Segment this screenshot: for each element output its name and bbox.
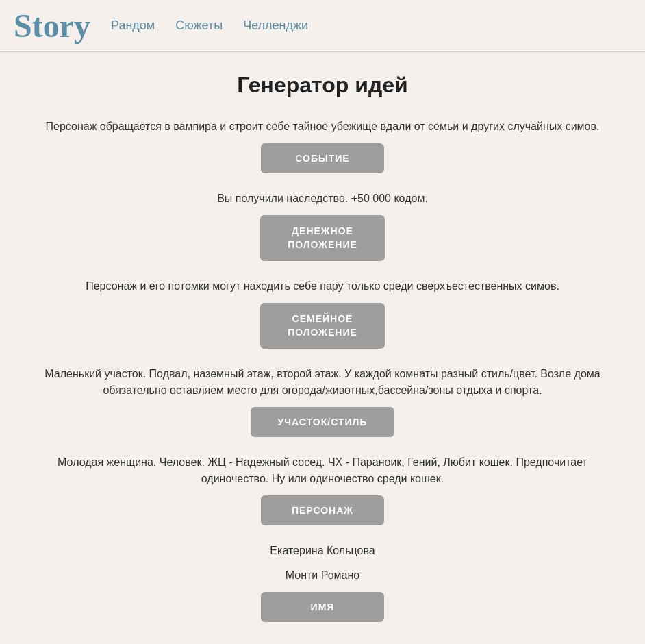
page-title: Генератор идей: [28, 73, 617, 98]
nav-random[interactable]: Рандом: [111, 18, 155, 33]
name-text2: Монти Романо: [28, 567, 617, 584]
money-button[interactable]: ДЕНЕЖНОЕПОЛОЖЕНИЕ: [260, 215, 385, 261]
family-text: Персонаж и его потомки могут находить се…: [28, 278, 617, 295]
app-logo: Story: [14, 7, 90, 45]
family-section: Персонаж и его потомки могут находить се…: [28, 278, 617, 349]
money-section: Вы получили наследство. +50 000 кодом. Д…: [28, 190, 617, 261]
event-section: Персонаж обращается в вампира и строит с…: [28, 119, 617, 173]
name-button[interactable]: ИМЯ: [261, 592, 384, 622]
nav-plots[interactable]: Сюжеты: [175, 18, 223, 33]
lot-section: Маленький участок. Подвал, наземный этаж…: [28, 366, 617, 437]
character-text: Молодая женщина. Человек. ЖЦ - Надежный …: [28, 454, 617, 487]
character-button[interactable]: ПЕРСОНАЖ: [261, 495, 384, 525]
name-text1: Екатерина Кольцова: [28, 543, 617, 559]
money-text: Вы получили наследство. +50 000 кодом.: [28, 190, 617, 207]
event-text: Персонаж обращается в вампира и строит с…: [28, 119, 617, 135]
nav-challenges[interactable]: Челленджи: [243, 18, 308, 33]
family-button[interactable]: СЕМЕЙНОЕПОЛОЖЕНИЕ: [260, 303, 385, 349]
event-button[interactable]: СОБЫТИЕ: [261, 143, 384, 173]
character-section: Молодая женщина. Человек. ЖЦ - Надежный …: [28, 454, 617, 525]
lot-text: Маленький участок. Подвал, наземный этаж…: [28, 366, 617, 399]
name-section: Екатерина Кольцова Монти Романо ИМЯ: [28, 543, 617, 622]
lot-button[interactable]: УЧАСТОК/СТИЛЬ: [251, 407, 395, 437]
